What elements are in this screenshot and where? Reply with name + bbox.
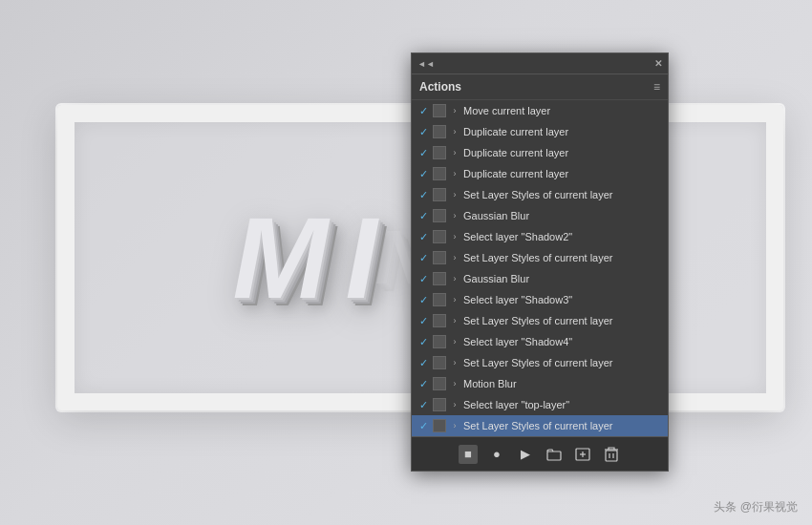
- action-check-icon: ✓: [416, 315, 431, 327]
- action-row[interactable]: ✓›Set Layer Styles of current layer: [412, 415, 668, 436]
- action-name-label: Set Layer Styles of current layer: [461, 357, 664, 368]
- action-name-label: Set Layer Styles of current layer: [461, 252, 664, 263]
- action-check-icon: ✓: [416, 126, 431, 138]
- action-row[interactable]: ✓›Duplicate current layer: [412, 121, 668, 142]
- action-color-swatch: [433, 251, 446, 264]
- action-check-icon: ✓: [416, 252, 431, 264]
- panel-title: Actions: [419, 80, 461, 94]
- action-row[interactable]: ✓›Duplicate current layer: [412, 163, 668, 184]
- action-color-swatch: [433, 293, 446, 306]
- delete-button[interactable]: [602, 445, 621, 464]
- play-button[interactable]: ▶: [516, 445, 535, 464]
- action-name-label: Gaussian Blur: [461, 210, 664, 221]
- action-check-icon: ✓: [416, 231, 431, 243]
- action-name-label: Duplicate current layer: [461, 168, 664, 179]
- action-color-swatch: [433, 188, 446, 201]
- action-name-label: Select layer "Shadow4": [461, 336, 664, 347]
- action-check-icon: ✓: [416, 399, 431, 411]
- panel-title-left: ◄◄: [417, 59, 435, 69]
- action-row[interactable]: ✓›Set Layer Styles of current layer: [412, 247, 668, 268]
- action-expand-icon: ›: [448, 274, 461, 284]
- background-scene: M I N A L 头条 @衍果视觉 ◄◄ ✕ Actions ≡: [0, 0, 812, 525]
- action-check-icon: ✓: [416, 273, 431, 285]
- action-check-icon: ✓: [416, 189, 431, 201]
- action-name-label: Duplicate current layer: [461, 126, 664, 137]
- action-expand-icon: ›: [448, 106, 461, 116]
- action-row[interactable]: ✓›Move current layer: [412, 100, 668, 121]
- action-name-label: Set Layer Styles of current layer: [461, 315, 664, 326]
- action-check-icon: ✓: [416, 336, 431, 348]
- actions-list-wrapper: ✓›Move current layer✓›Duplicate current …: [412, 100, 668, 436]
- action-color-swatch: [433, 335, 446, 348]
- action-expand-icon: ›: [448, 169, 461, 178]
- action-check-icon: ✓: [416, 210, 431, 222]
- actions-panel: ◄◄ ✕ Actions ≡ ✓›Move current layer✓›Dup…: [411, 52, 669, 472]
- action-check-icon: ✓: [416, 105, 431, 117]
- action-row[interactable]: ✓›Set Layer Styles of current layer: [412, 352, 668, 373]
- actions-list: ✓›Move current layer✓›Duplicate current …: [412, 100, 668, 436]
- action-row[interactable]: ✓›Set Layer Styles of current layer: [412, 310, 668, 331]
- action-row[interactable]: ✓›Select layer "Shadow3": [412, 289, 668, 310]
- action-name-label: Select layer "Shadow3": [461, 294, 664, 305]
- action-row[interactable]: ✓›Set Layer Styles of current layer: [412, 184, 668, 205]
- action-check-icon: ✓: [416, 147, 431, 159]
- action-row[interactable]: ✓›Select layer "top-layer": [412, 394, 668, 415]
- action-row[interactable]: ✓›Gaussian Blur: [412, 205, 668, 226]
- action-color-swatch: [433, 419, 446, 432]
- panel-titlebar: ◄◄ ✕: [412, 53, 668, 74]
- action-color-swatch: [433, 230, 446, 243]
- panel-menu-button[interactable]: ≡: [653, 80, 660, 94]
- action-expand-icon: ›: [448, 421, 461, 430]
- letter-m: M: [232, 200, 337, 315]
- action-check-icon: ✓: [416, 420, 431, 432]
- action-expand-icon: ›: [448, 400, 461, 410]
- panel-toolbar: ■ ● ▶: [412, 436, 668, 471]
- action-expand-icon: ›: [448, 232, 461, 242]
- action-row[interactable]: ✓›Gaussian Blur: [412, 268, 668, 289]
- action-expand-icon: ›: [448, 211, 461, 220]
- action-color-swatch: [433, 272, 446, 285]
- action-check-icon: ✓: [416, 168, 431, 180]
- stop-button[interactable]: ■: [459, 445, 478, 464]
- action-name-label: Move current layer: [461, 105, 664, 116]
- action-row[interactable]: ✓›Duplicate current layer: [412, 142, 668, 163]
- panel-collapse-button[interactable]: ◄◄: [417, 59, 435, 69]
- action-color-swatch: [433, 377, 446, 390]
- panel-header: Actions ≡: [412, 74, 668, 100]
- watermark: 头条 @衍果视觉: [714, 499, 798, 515]
- action-expand-icon: ›: [448, 148, 461, 158]
- action-color-swatch: [433, 104, 446, 117]
- action-row[interactable]: ✓›Motion Blur: [412, 373, 668, 394]
- svg-rect-0: [547, 452, 561, 460]
- action-expand-icon: ›: [448, 127, 461, 136]
- svg-rect-4: [606, 451, 617, 461]
- action-color-swatch: [433, 356, 446, 369]
- action-check-icon: ✓: [416, 357, 431, 369]
- action-check-icon: ✓: [416, 378, 431, 390]
- action-expand-icon: ›: [448, 253, 461, 262]
- action-row[interactable]: ✓›Select layer "Shadow2": [412, 226, 668, 247]
- panel-close-button[interactable]: ✕: [654, 58, 662, 69]
- action-name-label: Select layer "top-layer": [461, 399, 664, 410]
- action-color-swatch: [433, 398, 446, 411]
- action-expand-icon: ›: [448, 190, 461, 200]
- action-name-label: Duplicate current layer: [461, 147, 664, 158]
- record-button[interactable]: ●: [487, 445, 506, 464]
- action-name-label: Gaussian Blur: [461, 273, 664, 284]
- action-row[interactable]: ✓›Select layer "Shadow4": [412, 331, 668, 352]
- action-color-swatch: [433, 146, 446, 159]
- action-expand-icon: ›: [448, 337, 461, 346]
- folder-button[interactable]: [545, 445, 564, 464]
- action-check-icon: ✓: [416, 294, 431, 306]
- new-action-button[interactable]: [573, 445, 592, 464]
- action-expand-icon: ›: [448, 358, 461, 368]
- action-name-label: Set Layer Styles of current layer: [461, 420, 664, 431]
- action-name-label: Set Layer Styles of current layer: [461, 189, 664, 200]
- action-name-label: Motion Blur: [461, 378, 664, 389]
- action-color-swatch: [433, 167, 446, 180]
- action-color-swatch: [433, 125, 446, 138]
- action-color-swatch: [433, 209, 446, 222]
- action-expand-icon: ›: [448, 316, 461, 326]
- action-expand-icon: ›: [448, 379, 461, 388]
- action-expand-icon: ›: [448, 295, 461, 304]
